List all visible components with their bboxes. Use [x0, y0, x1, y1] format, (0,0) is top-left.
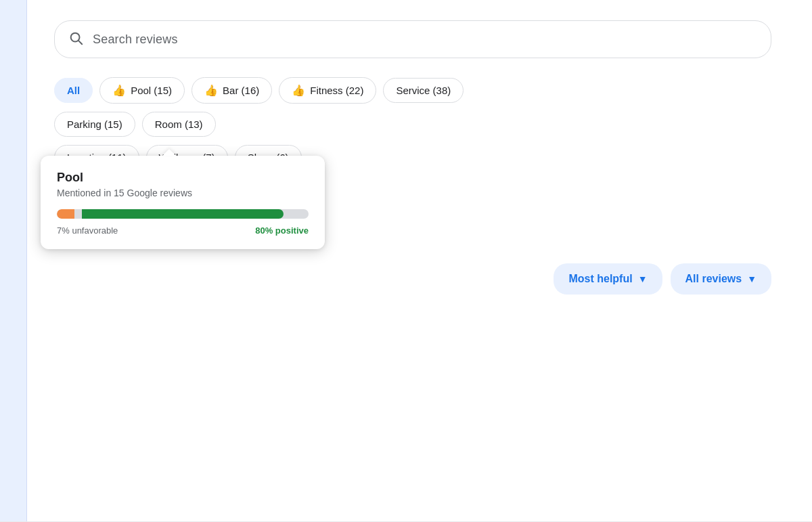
- chip-room-label: Room (13): [155, 118, 203, 130]
- chip-fitness[interactable]: 👍 Fitness (22): [279, 77, 376, 104]
- chip-parking[interactable]: Parking (15): [54, 112, 135, 137]
- chip-all-label: All: [67, 85, 80, 96]
- filter-chips-row-1: All 👍 Pool (15) 👍 Bar (16) 👍 Fitness (22…: [54, 77, 771, 104]
- main-container: Search reviews All 👍 Pool (15) 👍 Bar (16…: [0, 0, 812, 522]
- pool-tooltip: Pool Mentioned in 15 Google reviews 7% u…: [41, 156, 325, 249]
- thumb-icon-bar: 👍: [204, 84, 218, 97]
- chip-parking-label: Parking (15): [67, 118, 122, 130]
- left-accent: [0, 0, 27, 522]
- svg-line-1: [78, 41, 82, 44]
- progress-labels: 7% unfavorable 80% positive: [57, 225, 309, 236]
- chip-bar-label: Bar (16): [223, 85, 259, 96]
- search-icon: [68, 30, 83, 48]
- thumb-icon-fitness: 👍: [292, 84, 305, 97]
- all-reviews-button[interactable]: All reviews ▼: [671, 263, 771, 295]
- sentiment-bar: [57, 209, 309, 219]
- sort-row: Most helpful ▼ All reviews ▼: [54, 257, 771, 295]
- chip-pool-label: Pool (15): [131, 85, 172, 96]
- chip-pool[interactable]: 👍 Pool (15): [99, 77, 185, 104]
- tooltip-title: Pool: [57, 171, 309, 185]
- positive-label: 80% positive: [255, 225, 309, 236]
- filter-chips-row-2: Parking (15) Room (13): [54, 112, 771, 137]
- chip-all[interactable]: All: [54, 78, 93, 103]
- most-helpful-label: Most helpful: [568, 273, 632, 285]
- search-bar[interactable]: Search reviews: [54, 20, 771, 58]
- unfavorable-label: 7% unfavorable: [57, 225, 118, 236]
- tooltip-subtitle: Mentioned in 15 Google reviews: [57, 188, 309, 198]
- chip-room[interactable]: Room (13): [142, 112, 216, 137]
- chip-service-label: Service (38): [396, 85, 451, 96]
- positive-bar: [82, 209, 284, 219]
- thumb-icon-pool: 👍: [112, 84, 126, 97]
- most-helpful-button[interactable]: Most helpful ▼: [554, 263, 662, 295]
- chip-service[interactable]: Service (38): [383, 78, 464, 103]
- negative-bar: [57, 209, 74, 219]
- all-reviews-label: All reviews: [685, 273, 742, 285]
- most-helpful-chevron-icon: ▼: [638, 274, 648, 284]
- all-reviews-chevron-icon: ▼: [747, 274, 757, 284]
- search-placeholder: Search reviews: [93, 32, 178, 47]
- chip-bar[interactable]: 👍 Bar (16): [191, 77, 272, 104]
- chip-fitness-label: Fitness (22): [310, 85, 363, 96]
